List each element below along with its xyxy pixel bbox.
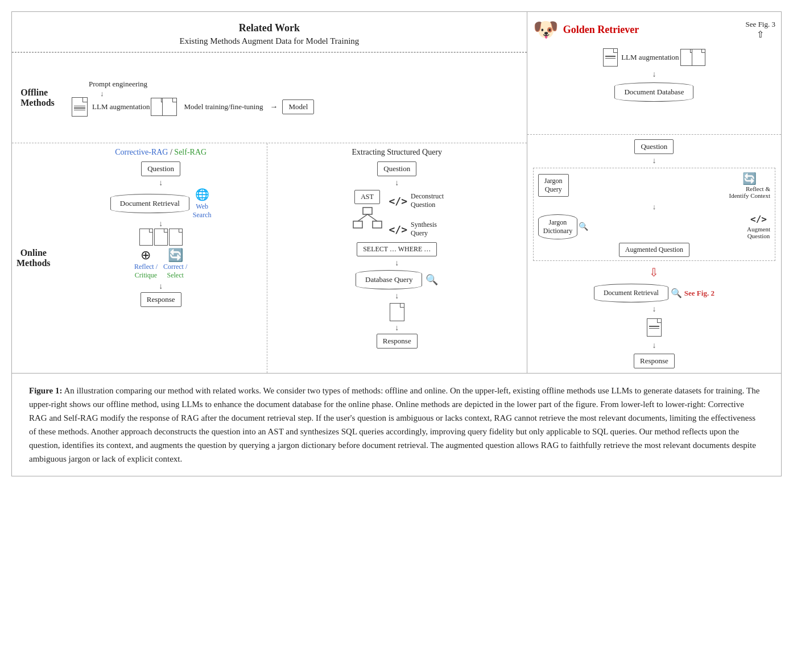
doc-retrieval-row: Document Retrieval 🌐 Web Search bbox=[110, 188, 212, 219]
jargon-dict-area: Jargon Dictionary 🔍 bbox=[538, 214, 588, 239]
ast-tree-svg bbox=[350, 206, 385, 229]
doc-esq bbox=[390, 303, 404, 321]
svg-rect-3 bbox=[373, 221, 382, 228]
ast-area: AST bbox=[350, 190, 444, 238]
doc-retrieval-cyl: Document Retrieval bbox=[110, 194, 189, 213]
svg-rect-1 bbox=[353, 221, 362, 228]
svg-line-4 bbox=[358, 214, 367, 221]
document-database: Document Database bbox=[614, 82, 693, 102]
corrective-rag-header: Corrective-RAG / Self-RAG bbox=[115, 148, 206, 157]
jargon-query-box: Jargon Query bbox=[538, 174, 569, 197]
model-box: Model bbox=[282, 99, 314, 114]
augmented-question-box: Augmented Question bbox=[619, 243, 689, 257]
caption-text: An illustration comparing our method wit… bbox=[29, 386, 759, 463]
augmented-question-area: Augmented Question bbox=[538, 243, 770, 257]
ast-col: AST bbox=[350, 190, 385, 229]
figure-caption: Figure 1: An illustration comparing our … bbox=[12, 374, 781, 476]
web-search-area: 🌐 Web Search bbox=[193, 188, 212, 219]
gr-llm-label: LLM augmentation bbox=[621, 53, 679, 62]
model-training-label: Model training/fine-tuning bbox=[184, 102, 263, 111]
gr-title: Golden Retriever bbox=[563, 24, 639, 36]
diagram-area: Related Work Existing Methods Augment Da… bbox=[12, 12, 781, 374]
question-box-crag: Question bbox=[141, 161, 180, 176]
offline-label: Offline Methods bbox=[12, 53, 63, 143]
existing-methods-subheader: Existing Methods Augment Data for Model … bbox=[12, 36, 527, 49]
gr-doc-retrieval-row: Document Retrieval 🔍 See Fig. 2 bbox=[594, 284, 714, 302]
svg-line-5 bbox=[367, 214, 377, 221]
gr-online: Question ↓ Jargon Query 🔄 Reflect & Iden… bbox=[527, 135, 781, 373]
left-section: Related Work Existing Methods Augment Da… bbox=[12, 12, 527, 373]
corrective-rag-col: Corrective-RAG / Self-RAG Question ↓ Doc… bbox=[55, 143, 267, 373]
offline-content: Prompt engineering ↓ bbox=[63, 53, 527, 143]
question-box-esq: Question bbox=[377, 161, 416, 176]
doc-icon-1 bbox=[72, 97, 88, 117]
gr-doc1 bbox=[603, 48, 618, 67]
reflect-correct-area: ⊕ Reflect / Critique 🔄 Correct / Select bbox=[134, 248, 187, 280]
gr-header: 🐶 Golden Retriever See Fig. 3 ⇧ bbox=[527, 12, 781, 44]
synthesis-row: </> Synthesis Query bbox=[389, 221, 444, 238]
response-box-esq: Response bbox=[377, 334, 418, 349]
code-branches: </> Deconstruct Question </> Synthesis Q… bbox=[389, 190, 444, 238]
reflect-identify-area: 🔄 Reflect & Identify Context bbox=[729, 172, 770, 199]
gr-multi-doc bbox=[683, 49, 705, 66]
caption-bold: Figure 1: bbox=[29, 386, 62, 395]
jargon-dict-row: Jargon Dictionary 🔍 </> Augment Question bbox=[538, 214, 770, 239]
reflect-area: ⊕ Reflect / Critique bbox=[134, 248, 158, 280]
deconstruct-row: </> Deconstruct Question bbox=[389, 192, 444, 209]
gr-llm-row: LLM augmentation bbox=[603, 48, 705, 67]
gr-doc-out bbox=[647, 318, 662, 337]
gr-doc-retrieval: Document Retrieval bbox=[594, 284, 668, 302]
arrow2: ↓ bbox=[159, 219, 163, 229]
multi-doc-crag bbox=[139, 229, 183, 246]
response-box-gr: Response bbox=[634, 354, 675, 368]
main-figure: Related Work Existing Methods Augment Da… bbox=[11, 11, 782, 476]
right-section: 🐶 Golden Retriever See Fig. 3 ⇧ bbox=[527, 12, 781, 373]
offline-row: Offline Methods Prompt engineering ↓ bbox=[12, 52, 527, 143]
online-content: Corrective-RAG / Self-RAG Question ↓ Doc… bbox=[55, 143, 527, 373]
select-where-box: SELECT … WHERE … bbox=[357, 242, 437, 256]
db-query-cyl: Database Query bbox=[356, 270, 422, 289]
db-query-row: Database Query 🔍 bbox=[356, 270, 438, 289]
multi-doc-offline bbox=[154, 98, 177, 116]
structured-query-header: Extracting Structured Query bbox=[352, 148, 442, 157]
red-arrow-down: ⇩ bbox=[649, 266, 659, 279]
structured-query-col: Extracting Structured Query Question ↓ A… bbox=[267, 143, 527, 373]
related-work-title: Related Work bbox=[12, 16, 527, 36]
prompt-arrow: ↓ bbox=[100, 90, 104, 97]
online-label: Online Methods bbox=[12, 143, 55, 373]
llm-aug-label-offline: LLM augmentation bbox=[92, 102, 150, 111]
offline-diagram: LLM augmentation Model training/fine-tun… bbox=[72, 97, 314, 117]
arrow1: ↓ bbox=[159, 179, 163, 188]
augment-area: </> Augment Question bbox=[747, 214, 770, 239]
related-work-header-area: Related Work Existing Methods Augment Da… bbox=[12, 12, 527, 52]
svg-rect-0 bbox=[363, 208, 372, 214]
correct-area: 🔄 Correct / Select bbox=[163, 248, 187, 280]
jargon-query-row: Jargon Query 🔄 Reflect & Identify Contex… bbox=[538, 172, 770, 199]
jargon-dict-cyl: Jargon Dictionary bbox=[538, 214, 577, 239]
prompt-engineering-label: Prompt engineering bbox=[89, 80, 147, 89]
gr-offline: LLM augmentation ↓ Document Database bbox=[527, 44, 781, 135]
dog-icon: 🐶 bbox=[533, 18, 559, 42]
see-fig3-area: See Fig. 3 ⇧ bbox=[746, 20, 775, 40]
response-box-crag: Response bbox=[141, 292, 181, 307]
online-row: Online Methods Corrective-RAG / Self-RAG… bbox=[12, 143, 527, 373]
gr-dashed-box: Jargon Query 🔄 Reflect & Identify Contex… bbox=[533, 168, 775, 261]
question-box-gr: Question bbox=[634, 139, 674, 154]
